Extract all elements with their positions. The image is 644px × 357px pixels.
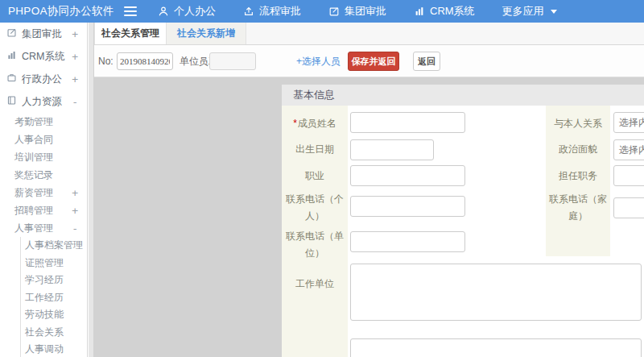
member-name-input[interactable]	[350, 112, 465, 133]
form-panel: 基本信息 *成员姓名 与本人关系 选择内容 出生日期 政治面貌 选择内容 职业 …	[282, 85, 644, 357]
sidebar-item-hr[interactable]: 人力资源 -	[0, 90, 87, 113]
no-label: No:	[98, 45, 114, 77]
sidebar-item-label: 工作经历	[25, 291, 64, 305]
sidebar-item-label: 人事档案管理	[25, 239, 83, 252]
caret-down-icon	[551, 10, 557, 14]
sidebar-item-personnel-transfer[interactable]: 人事调动	[21, 341, 87, 357]
sidebar-item-label: 考勤管理	[14, 115, 53, 129]
topnav-flow-approval[interactable]: 流程审批	[243, 4, 301, 19]
phone-work-input[interactable]	[350, 231, 465, 252]
briefcase-icon	[6, 73, 17, 85]
member-name-label: *成员姓名	[282, 115, 348, 132]
political-status-label: 政治面貌	[546, 141, 610, 158]
sidebar: 集团审批 + CRM系统 + 行政办公 + 人力资源 - 考勤管理 人事合同 培…	[0, 23, 88, 357]
work-unit-textarea[interactable]	[350, 264, 642, 321]
sidebar-tree-group: 人事档案管理 证照管理 学习经历 工作经历 劳动技能 社会关系 人事调动 复职管…	[20, 237, 87, 357]
topnav-label: 更多应用	[502, 4, 544, 19]
sidebar-item-salary[interactable]: 薪资管理+	[0, 184, 87, 201]
sidebar-item-label: 行政办公	[22, 73, 62, 86]
back-button[interactable]: 返回	[413, 52, 440, 71]
expander-plus-icon[interactable]: +	[72, 28, 78, 40]
topnav-label: 集团审批	[345, 4, 386, 19]
sidebar-item-personnel-mgmt[interactable]: 人事管理-	[0, 219, 87, 237]
topnav-more-apps[interactable]: 更多应用	[502, 4, 557, 19]
sidebar-item-label: CRM系统	[22, 50, 64, 64]
position-label: 担任职务	[546, 168, 610, 185]
expander-plus-icon[interactable]: +	[72, 205, 78, 217]
app-brand: PHPOA协同办公软件	[0, 4, 119, 19]
sidebar-item-group-approval[interactable]: 集团审批 +	[0, 23, 87, 45]
birth-date-label: 出生日期	[282, 141, 348, 158]
hamburger-menu-icon[interactable]	[124, 6, 137, 16]
sidebar-item-label: 社会关系	[25, 326, 64, 339]
sidebar-item-label: 培训管理	[14, 151, 53, 164]
select-person-link[interactable]: +选择人员	[296, 45, 341, 77]
toolbar: No: 单位员工: +选择人员 保存并返回 返回	[94, 45, 644, 77]
sidebar-item-labor-skills[interactable]: 劳动技能	[21, 306, 87, 324]
occupation-label: 职业	[282, 168, 348, 185]
sidebar-item-label: 劳动技能	[25, 308, 64, 322]
phone-family-label: 联系电话（家庭）	[546, 191, 610, 225]
sidebar-item-attendance[interactable]: 考勤管理	[0, 113, 87, 131]
political-status-select[interactable]: 选择内容	[613, 139, 644, 160]
expander-plus-icon[interactable]: +	[72, 73, 78, 85]
sidebar-item-crm[interactable]: CRM系统 +	[0, 45, 87, 68]
sidebar-item-social-relations[interactable]: 社会关系	[21, 324, 87, 342]
topnav-label: 流程审批	[259, 4, 301, 19]
sidebar-item-label: 证照管理	[25, 256, 64, 270]
sidebar-splitter[interactable]	[89, 23, 94, 357]
sidebar-item-admin-office[interactable]: 行政办公 +	[0, 68, 87, 90]
work-unit-label: 工作单位	[282, 276, 348, 293]
topnav-crm[interactable]: CRM系统	[414, 4, 475, 19]
expander-plus-icon[interactable]: +	[72, 187, 78, 199]
sidebar-item-label: 学习经历	[25, 273, 64, 287]
expander-minus-icon[interactable]: -	[72, 96, 78, 108]
sidebar-item-training[interactable]: 培训管理	[0, 148, 87, 166]
sidebar-item-certificates[interactable]: 证照管理	[21, 255, 87, 272]
occupation-input[interactable]	[350, 165, 465, 186]
required-marker: *	[293, 118, 297, 129]
sidebar-item-label: 集团审批	[22, 27, 62, 41]
bar-chart-icon	[6, 50, 17, 63]
sidebar-item-label: 人力资源	[22, 95, 62, 109]
tab-social-relations-mgmt[interactable]: 社会关系管理	[94, 23, 167, 44]
next-field-textarea[interactable]	[350, 338, 642, 357]
flow-icon	[243, 6, 254, 17]
position-input[interactable]	[613, 165, 644, 186]
phone-work-label: 联系电话（单位）	[282, 228, 348, 262]
phone-personal-input[interactable]	[350, 196, 465, 217]
topnav-label: 个人办公	[174, 4, 216, 19]
sidebar-item-personnel-files[interactable]: 人事档案管理	[21, 237, 87, 255]
employee-input[interactable]	[209, 52, 256, 70]
book-icon	[6, 95, 17, 108]
phone-family-input[interactable]	[613, 197, 644, 218]
sidebar-item-recruitment[interactable]: 招聘管理+	[0, 201, 87, 219]
relation-select[interactable]: 选择内容	[613, 112, 644, 133]
sidebar-item-work-history[interactable]: 工作经历	[21, 289, 87, 307]
expander-minus-icon[interactable]: -	[72, 222, 78, 235]
save-return-button[interactable]: 保存并返回	[348, 52, 399, 71]
phone-personal-label: 联系电话（个人）	[282, 191, 348, 225]
expander-plus-icon[interactable]: +	[72, 51, 78, 63]
section-title: 基本信息	[282, 85, 644, 106]
sidebar-item-label: 人事合同	[14, 133, 53, 147]
topnav-label: CRM系统	[430, 4, 475, 19]
main-area: 社会关系管理 社会关系新增 No: 单位员工: +选择人员 保存并返回 返回 基…	[94, 23, 644, 357]
sidebar-item-education-history[interactable]: 学习经历	[21, 272, 87, 289]
sidebar-item-label: 招聘管理	[14, 204, 53, 218]
topnav-group-approval[interactable]: 集团审批	[328, 4, 386, 19]
birth-date-input[interactable]	[350, 139, 434, 160]
sidebar-item-hr-contract[interactable]: 人事合同	[0, 131, 87, 148]
tab-social-relations-new[interactable]: 社会关系新增	[167, 23, 246, 44]
topbar-nav: 个人办公 流程审批 集团审批 CRM系统 更多应用	[158, 4, 584, 19]
topnav-personal-office[interactable]: 个人办公	[158, 4, 216, 19]
topbar: PHPOA协同办公软件 个人办公 流程审批 集团审批 CRM系统 更多应用	[0, 0, 644, 23]
sidebar-item-rewards[interactable]: 奖惩记录	[0, 166, 87, 184]
no-input[interactable]	[117, 52, 173, 70]
bar-chart-icon	[414, 6, 425, 17]
relation-label: 与本人关系	[546, 115, 610, 132]
sidebar-item-label: 奖惩记录	[14, 168, 53, 182]
content-area: 基本信息 *成员姓名 与本人关系 选择内容 出生日期 政治面貌 选择内容 职业 …	[94, 77, 644, 357]
sidebar-item-label: 薪资管理	[14, 186, 53, 200]
edit-square-icon	[6, 27, 17, 40]
